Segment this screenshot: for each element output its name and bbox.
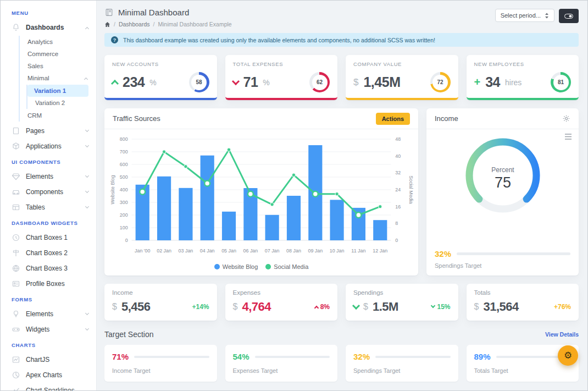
target-progress-bar	[375, 356, 450, 358]
kpi-label: NEW EMPLOYEES	[474, 61, 572, 67]
sidebar-item-applications[interactable]: Applications	[1, 139, 96, 154]
sidebar-item-commerce[interactable]: Commerce	[20, 48, 96, 60]
sidebar-heading-ui-components: UI COMPONENTS	[1, 154, 96, 169]
svg-text:05 Jan: 05 Jan	[221, 248, 236, 254]
svg-text:06 Jan: 06 Jan	[243, 248, 258, 254]
kpi-value: 71	[243, 74, 258, 90]
traffic-sources-card: Traffic Sources Actions 0100200300400500…	[104, 108, 418, 276]
spendings-target-label: Spendings Target	[435, 262, 570, 269]
sidebar-item-form-widgets[interactable]: Widgets	[1, 322, 96, 337]
book-icon	[104, 8, 114, 17]
sidebar-item-variation-1[interactable]: Variation 1	[27, 85, 88, 97]
breadcrumb: / Dashboards / Minimal Dashboard Example	[104, 21, 232, 27]
target-percent: 32%	[353, 352, 370, 361]
chart-menu-icon[interactable]	[564, 134, 572, 140]
card-title: Income	[435, 114, 458, 123]
legend-dot-social-media	[265, 264, 271, 269]
chevron-down-icon	[85, 311, 89, 315]
svg-text:24: 24	[395, 187, 401, 192]
currency-icon: $	[112, 302, 117, 312]
home-icon[interactable]	[104, 21, 110, 27]
gear-icon[interactable]	[562, 114, 570, 123]
chevron-down-icon	[85, 326, 89, 330]
sidebar-item-chart-boxes-1[interactable]: Chart Boxes 1	[1, 230, 96, 245]
sidebar-item-chart-boxes-3[interactable]: Chart Boxes 3	[1, 261, 96, 276]
kpi-unit: %	[149, 78, 156, 87]
gear-icon: ⚙	[564, 350, 572, 361]
info-alert: ? This dashboard example was created usi…	[104, 33, 579, 47]
target-card-income: 71% Income Target	[104, 345, 217, 382]
sidebar-item-crm[interactable]: CRM	[20, 109, 96, 122]
minimal-submenu: Variation 1 Variation 2	[26, 85, 96, 109]
mini-gauge: 62	[309, 72, 330, 92]
trend-down-icon	[431, 304, 435, 308]
currency-prefix: $	[353, 77, 358, 88]
sidebar-item-sales[interactable]: Sales	[20, 60, 96, 72]
target-label: Spendings Target	[353, 367, 451, 374]
svg-text:800: 800	[120, 136, 128, 142]
page-title-row: Minimal Dashboard	[104, 8, 232, 17]
svg-text:400: 400	[120, 187, 128, 192]
svg-text:500: 500	[120, 174, 128, 180]
svg-text:Social Media: Social Media	[408, 175, 414, 204]
breadcrumb-separator: /	[114, 21, 115, 27]
sidebar-item-elements[interactable]: Elements	[1, 169, 96, 184]
svg-text:75: 75	[494, 174, 511, 191]
targets-row: 71% Income Target 54% Expenses Target 32…	[104, 345, 579, 382]
toggle-settings-button[interactable]	[559, 9, 579, 23]
stats-row: Income $ 5,456 +14% Expenses $ 4,764 8% …	[104, 284, 579, 321]
diamond-icon	[12, 172, 20, 181]
select-period-dropdown[interactable]: Select period...	[495, 9, 554, 22]
svg-text:02 Jan: 02 Jan	[157, 248, 171, 254]
sidebar-item-minimal[interactable]: Minimal	[20, 72, 96, 84]
kpi-row: NEW ACCOUNTS 234 % 58 TOTAL EXPENSES 71 …	[104, 55, 579, 100]
target-label: Income Target	[112, 367, 209, 374]
kpi-label: COMPANY VALUE	[353, 61, 451, 67]
svg-text:8: 8	[395, 221, 398, 226]
svg-text:32: 32	[395, 170, 401, 175]
sidebar-item-apex-charts[interactable]: Apex Charts	[1, 367, 96, 383]
sidebar-item-dashboards[interactable]: Dashboards	[1, 20, 96, 35]
chevron-down-icon	[85, 204, 89, 208]
sidebar-item-chart-boxes-2[interactable]: Chart Boxes 2	[1, 245, 96, 261]
target-percent: 89%	[474, 352, 491, 361]
svg-text:03 Jan: 03 Jan	[179, 248, 193, 254]
lightbulb-icon	[12, 310, 20, 318]
income-card: Income Percent75 32% Spendings Target	[426, 108, 579, 276]
sidebar-item-form-elements[interactable]: Elements	[1, 306, 96, 322]
sidebar-item-components[interactable]: Components	[1, 184, 96, 200]
kpi-value: 34	[485, 74, 500, 90]
sidebar-item-profile-boxes[interactable]: Profile Boxes	[1, 276, 96, 291]
sidebar-item-variation-2[interactable]: Variation 2	[27, 97, 96, 109]
toggle-switch-icon	[564, 14, 573, 19]
settings-fab-button[interactable]: ⚙	[558, 345, 578, 366]
stat-card-expenses: Expenses $ 4,764 8%	[225, 284, 338, 321]
kpi-unit: %	[263, 78, 269, 87]
stat-card-spendings: Spendings $ 1.5M 15%	[346, 284, 458, 321]
stat-card-income: Income $ 5,456 +14%	[104, 284, 217, 321]
currency-icon: $	[363, 302, 368, 312]
sidebar-item-analytics[interactable]: Analytics	[20, 36, 96, 48]
sidebar-item-label: Dashboards	[26, 24, 64, 31]
sidebar-item-pages[interactable]: Pages	[1, 123, 96, 139]
actions-button[interactable]: Actions	[376, 113, 410, 125]
sparkline-icon	[12, 386, 20, 390]
sidebar-item-tables[interactable]: Tables	[1, 200, 96, 215]
trend-down-icon	[231, 77, 239, 85]
sidebar-item-chart-sparklines[interactable]: Chart Sparklines	[1, 383, 96, 390]
chevron-up-icon	[85, 26, 89, 30]
traffic-sources-chart: 0100200300400500600700800081624324048Web…	[108, 133, 415, 260]
help-icon: ?	[111, 36, 118, 43]
sidebar-heading-forms: FORMS	[1, 291, 96, 306]
svg-text:200: 200	[120, 212, 128, 218]
svg-text:Percent: Percent	[491, 166, 514, 174]
sidebar-item-chartjs[interactable]: ChartJS	[1, 352, 96, 367]
svg-text:08 Jan: 08 Jan	[286, 248, 301, 254]
trend-up-icon	[111, 79, 119, 87]
svg-text:40: 40	[395, 153, 401, 159]
spendings-target-bar	[457, 252, 570, 255]
view-details-link[interactable]: View Details	[545, 331, 579, 338]
page-title: Minimal Dashboard	[118, 8, 189, 17]
breadcrumb-dashboards[interactable]: Dashboards	[119, 21, 150, 27]
chevron-down-icon	[85, 173, 89, 177]
